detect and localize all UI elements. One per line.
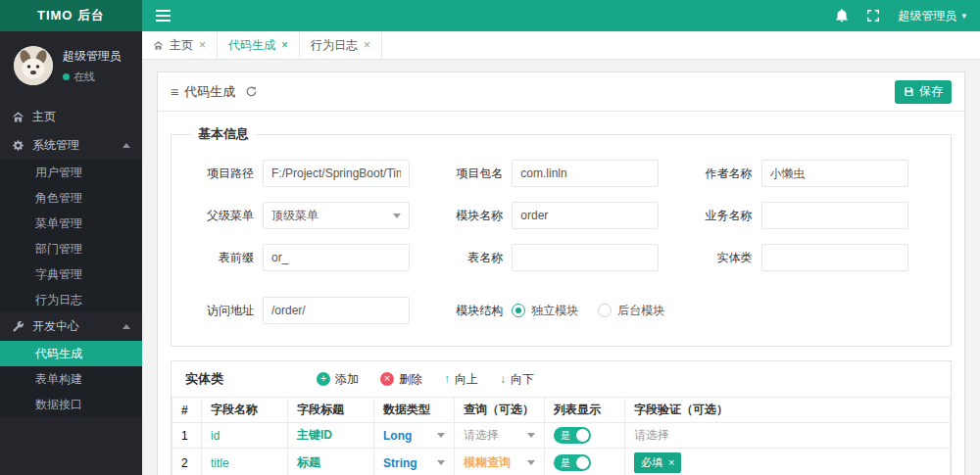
radio-backend-module[interactable]: 后台模块 <box>598 303 664 319</box>
field-title-cell[interactable]: 标题 <box>288 449 374 475</box>
tab-home[interactable]: 主页 × <box>142 31 218 59</box>
toggle-label: 是 <box>561 429 570 443</box>
delete-row-button[interactable]: × 删除 <box>380 371 422 388</box>
toggle-knob <box>576 429 589 442</box>
project-path-input[interactable] <box>263 160 410 187</box>
add-row-button[interactable]: + 添加 <box>317 371 359 388</box>
topbar-right: 超级管理员 ▾ <box>835 8 966 24</box>
data-type-cell: String <box>374 449 455 475</box>
sidebar-item-dev-center[interactable]: 开发中心 <box>0 312 142 341</box>
sidebar-item-form-builder[interactable]: 表单构建 <box>0 366 142 392</box>
avatar[interactable] <box>14 46 53 85</box>
chevron-down-icon <box>437 460 445 465</box>
bell-icon[interactable] <box>835 9 849 23</box>
tab-behavior-log[interactable]: 行为日志 × <box>300 31 382 59</box>
query-select[interactable]: 请选择 <box>464 427 535 444</box>
data-type-select[interactable]: Long <box>383 429 445 443</box>
close-icon[interactable]: × <box>281 38 288 52</box>
sidebar-item-data-api[interactable]: 数据接口 <box>0 392 142 417</box>
radio-icon <box>512 304 525 317</box>
project-path-label: 项目路径 <box>187 166 254 182</box>
module-name-input[interactable] <box>512 202 659 229</box>
author-name-field: 作者名称 <box>686 160 935 187</box>
radio-independent-module[interactable]: 独立模块 <box>512 303 578 319</box>
move-up-label: 向上 <box>455 371 478 388</box>
list-display-cell: 是 <box>545 449 625 475</box>
chevron-down-icon <box>527 460 535 465</box>
field-name-cell[interactable]: title <box>202 449 288 475</box>
parent-menu-label: 父级菜单 <box>187 208 254 224</box>
sidebar-item-home[interactable]: 主页 <box>0 103 142 131</box>
column-header-validation: 字段验证（可选） <box>625 398 951 423</box>
tab-label: 主页 <box>170 37 193 54</box>
author-name-input[interactable] <box>761 160 908 187</box>
sidebar-item-user-management[interactable]: 用户管理 <box>0 160 142 185</box>
panel-title-label: 代码生成 <box>184 83 235 101</box>
radio-icon <box>598 304 612 317</box>
app-logo[interactable]: TIMO 后台 <box>0 0 142 31</box>
tabbar: 主页 × 代码生成 × 行为日志 × <box>142 31 980 60</box>
wrench-icon <box>12 320 24 333</box>
toggle-knob <box>576 456 589 469</box>
table-name-input[interactable] <box>512 244 659 271</box>
entity-section: 实体类 + 添加 × 删除 ↑ 向上 <box>171 360 952 475</box>
chevron-up-icon <box>122 143 130 148</box>
sidebar-item-system-management[interactable]: 系统管理 <box>0 131 142 160</box>
sidebar-item-behavior-log[interactable]: 行为日志 <box>0 287 142 312</box>
panel-header: ≡ 代码生成 保存 <box>158 72 964 112</box>
entity-title: 实体类 <box>185 370 223 388</box>
tab-code-generation[interactable]: 代码生成 × <box>218 31 300 59</box>
table-prefix-label: 表前缀 <box>187 250 254 266</box>
access-url-input[interactable] <box>263 297 410 324</box>
fullscreen-icon[interactable] <box>866 9 880 23</box>
data-type-cell: Long <box>374 423 455 449</box>
arrow-down-icon: ↓ <box>500 372 506 386</box>
validation-select[interactable]: 请选择 <box>634 428 669 442</box>
sidebar-item-role-management[interactable]: 角色管理 <box>0 185 142 211</box>
save-icon <box>904 86 914 97</box>
sidebar: TIMO 后台 超级管理员 在线 <box>0 0 142 475</box>
field-name-cell[interactable]: id <box>202 423 288 449</box>
refresh-icon[interactable] <box>245 85 258 98</box>
close-icon[interactable]: × <box>668 457 674 468</box>
user-dropdown[interactable]: 超级管理员 ▾ <box>898 8 966 24</box>
move-down-button[interactable]: ↓ 向下 <box>500 371 534 388</box>
display-toggle[interactable]: 是 <box>554 454 591 471</box>
parent-menu-select[interactable]: 顶级菜单 <box>263 202 410 229</box>
save-button[interactable]: 保存 <box>895 80 952 104</box>
field-title-cell[interactable]: 主键ID <box>288 423 374 449</box>
close-icon[interactable]: × <box>199 38 206 52</box>
business-name-input[interactable] <box>761 202 908 229</box>
form-row: 访问地址 模块结构 独立模块 <box>187 297 935 324</box>
move-up-button[interactable]: ↑ 向上 <box>444 371 478 388</box>
validation-cell: 必填 × <box>625 449 951 475</box>
entity-class-input[interactable] <box>761 244 908 271</box>
close-icon[interactable]: × <box>364 38 370 52</box>
menu-toggle-icon[interactable] <box>156 10 171 22</box>
module-structure-field: 模块结构 独立模块 后台模块 <box>436 297 664 324</box>
add-button-label: 添加 <box>335 371 359 388</box>
sidebar-item-menu-management[interactable]: 菜单管理 <box>0 211 142 236</box>
sidebar-item-code-generation[interactable]: 代码生成 <box>0 341 142 366</box>
sidebar-item-dict-management[interactable]: 字典管理 <box>0 261 142 287</box>
display-toggle[interactable]: 是 <box>554 427 591 444</box>
chevron-up-icon <box>122 324 130 329</box>
data-type-select[interactable]: String <box>383 456 445 470</box>
chevron-down-icon <box>393 214 401 218</box>
panel-body: 基本信息 项目路径 项目包名 作者名称 <box>158 112 964 475</box>
panel-title: ≡ 代码生成 <box>171 83 258 101</box>
query-select[interactable]: 模糊查询 <box>464 454 535 471</box>
radio-label: 独立模块 <box>531 303 578 319</box>
query-value: 模糊查询 <box>464 454 511 471</box>
author-name-label: 作者名称 <box>686 166 753 182</box>
table-prefix-input[interactable] <box>263 244 410 271</box>
app-root: TIMO 后台 超级管理员 在线 <box>0 0 980 475</box>
parent-menu-value: 顶级菜单 <box>271 208 318 224</box>
package-name-input[interactable] <box>512 160 659 187</box>
user-status: 在线 <box>63 70 122 84</box>
dev-center-submenu: 代码生成 表单构建 数据接口 <box>0 341 142 417</box>
row-index: 1 <box>172 423 202 449</box>
entity-class-field: 实体类 <box>686 244 935 271</box>
add-icon: + <box>317 372 330 386</box>
sidebar-item-dept-management[interactable]: 部门管理 <box>0 236 142 261</box>
